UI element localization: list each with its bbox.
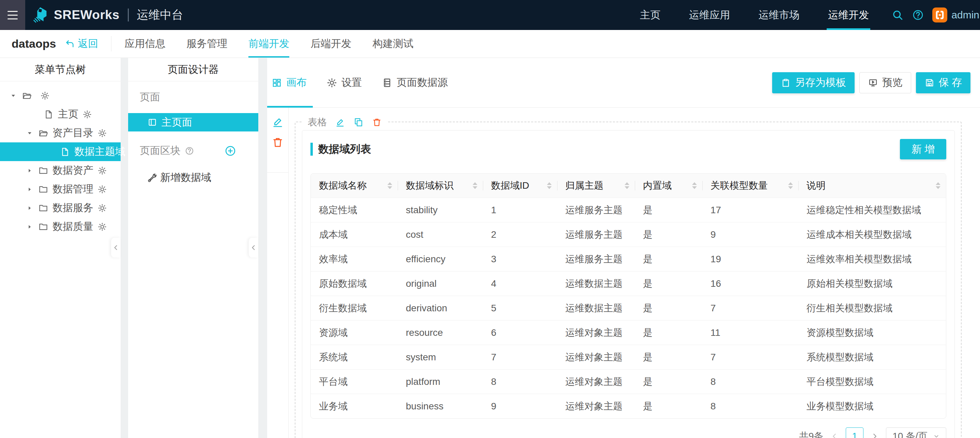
column-header[interactable]: 数据域标识 (398, 174, 483, 198)
table-cell: 运维效率相关模型数据域 (799, 247, 946, 271)
next-page-icon[interactable] (870, 432, 879, 438)
question-circle-icon[interactable] (185, 146, 194, 156)
table-widget-container[interactable]: 表格 数据域列表 (295, 122, 962, 438)
action-button-0[interactable]: 另存为模板 (772, 72, 854, 93)
gear-icon[interactable] (97, 185, 107, 194)
prev-page-icon[interactable] (830, 432, 839, 438)
gear-icon[interactable] (83, 110, 92, 119)
gear-icon[interactable] (97, 203, 107, 213)
caret-down-icon[interactable] (26, 129, 38, 137)
user-avatar[interactable] (932, 8, 947, 22)
table-row[interactable]: 成本域cost2运维服务主题是9运维成本相关模型数据域 (311, 222, 946, 247)
column-header[interactable]: 关联模型数量 (702, 174, 799, 198)
app-tab-0[interactable]: 应用信息 (124, 30, 165, 57)
gear-icon[interactable] (40, 91, 50, 100)
sreworks-logo-icon (31, 6, 49, 24)
add-button[interactable]: 新 增 (900, 139, 946, 159)
table-row[interactable]: 平台域platform8运维对象主题是8平台模型数据域 (311, 369, 946, 394)
action-button-2[interactable]: 保 存 (916, 72, 970, 93)
table-row[interactable]: 效率域efficiency3运维服务主题是19运维效率相关模型数据域 (311, 247, 946, 271)
sort-up-caret (788, 182, 793, 185)
canvas-tab-0[interactable]: 画布 (271, 76, 307, 90)
canvas-tab-1[interactable]: 设置 (326, 76, 362, 90)
app-name: dataops (11, 37, 56, 51)
hamburger-menu-button[interactable] (0, 0, 25, 30)
table-cell: business (398, 394, 483, 418)
tree-item[interactable] (0, 86, 121, 105)
column-header[interactable]: 说明 (799, 174, 946, 198)
help-icon[interactable] (912, 9, 924, 21)
table-row[interactable]: 衍生数据域derivation5运维数据主题是7衍生相关模型数据域 (311, 296, 946, 320)
table-cell: 稳定性域 (311, 198, 398, 222)
gear-icon[interactable] (97, 129, 107, 138)
gear-icon[interactable] (97, 166, 107, 175)
caret-right-icon[interactable] (26, 186, 38, 193)
page-size-select[interactable]: 10 条/页 (886, 427, 946, 438)
caret-right-icon[interactable] (26, 223, 38, 230)
caret-right-icon[interactable] (26, 204, 38, 212)
table-row[interactable]: 稳定性域stability1运维服务主题是17运维稳定性相关模型数据域 (311, 198, 946, 222)
sort-icon[interactable] (692, 182, 697, 189)
table-cell: 是 (635, 247, 702, 271)
app-tab-3[interactable]: 后端开发 (310, 30, 351, 57)
canvas-tab-2[interactable]: 页面数据源 (382, 76, 448, 90)
table-row[interactable]: 系统域system7运维对象主题是7系统模型数据域 (311, 345, 946, 369)
app-tab-4[interactable]: 构建测试 (372, 30, 413, 57)
collapse-panel-handle[interactable] (111, 238, 121, 257)
search-icon[interactable] (891, 9, 904, 21)
page-item-main[interactable]: 主页面 (128, 113, 258, 132)
tree-item[interactable]: 资产目录 (0, 124, 121, 142)
sort-icon[interactable] (788, 182, 793, 189)
table-row[interactable]: 业务域business9运维对象主题是8业务模型数据域 (311, 394, 946, 418)
edit-widget-icon[interactable] (335, 117, 345, 127)
table-row[interactable]: 原始数据域original4运维数据主题是16原始相关模型数据域 (311, 271, 946, 296)
tree-item[interactable]: 主页 (0, 105, 121, 124)
column-header[interactable]: 数据域名称 (311, 174, 398, 198)
table-cell: 运维服务主题 (557, 247, 635, 271)
back-link[interactable]: 返回 (65, 30, 98, 57)
column-header[interactable]: 内置域 (635, 174, 702, 198)
delete-page-icon[interactable] (272, 136, 284, 149)
edit-page-icon[interactable] (272, 116, 284, 128)
gear-icon[interactable] (97, 222, 107, 232)
app-tab-2[interactable]: 前端开发 (248, 30, 289, 57)
tree-item[interactable]: 数据服务 (0, 198, 121, 217)
add-block-icon[interactable] (224, 145, 237, 157)
delete-widget-icon[interactable] (372, 117, 382, 127)
table-cell: 原始数据域 (311, 271, 398, 296)
caret-right-icon[interactable] (26, 167, 38, 175)
title-accent-bar (310, 143, 313, 156)
gutter-cell (267, 108, 288, 173)
column-header[interactable]: 归属主题 (557, 174, 635, 198)
tree-item[interactable]: 数据质量 (0, 217, 121, 236)
sort-icon[interactable] (547, 182, 552, 189)
sort-icon[interactable] (387, 182, 392, 189)
table-cell: 平台模型数据域 (799, 369, 946, 394)
table-cell: 衍生相关模型数据域 (799, 296, 946, 320)
top-nav-item[interactable]: 运维市场 (759, 0, 799, 30)
username[interactable]: admin (951, 9, 979, 21)
app-tab-label: 应用信息 (124, 37, 165, 51)
sort-icon[interactable] (625, 182, 629, 189)
tree-item[interactable]: 数据资产 (0, 161, 121, 180)
collapse-panel-handle[interactable] (249, 238, 258, 257)
table-cell: 7 (702, 296, 799, 320)
table-cell: 衍生数据域 (311, 296, 398, 320)
copy-widget-icon[interactable] (353, 117, 364, 127)
sort-icon[interactable] (936, 182, 940, 189)
table-row[interactable]: 资源域resource6运维对象主题是11资源模型数据域 (311, 320, 946, 345)
file-icon (60, 147, 70, 157)
action-button-1[interactable]: 预览 (859, 72, 911, 93)
current-page-button[interactable]: 1 (846, 427, 864, 438)
app-tab-1[interactable]: 服务管理 (186, 30, 227, 57)
top-nav-item[interactable]: 运维开发 (828, 0, 869, 30)
tree-item[interactable]: 数据主题域 (0, 142, 121, 161)
tree-item[interactable]: 数据管理 (0, 180, 121, 198)
column-header[interactable]: 数据域ID (483, 174, 557, 198)
block-item-new-data-domain[interactable]: 新增数据域 (147, 171, 258, 185)
canvas-icon (271, 77, 282, 88)
caret-down-icon[interactable] (10, 92, 22, 100)
top-nav-item[interactable]: 主页 (640, 0, 660, 30)
sort-icon[interactable] (473, 182, 477, 189)
top-nav-item[interactable]: 运维应用 (689, 0, 730, 30)
